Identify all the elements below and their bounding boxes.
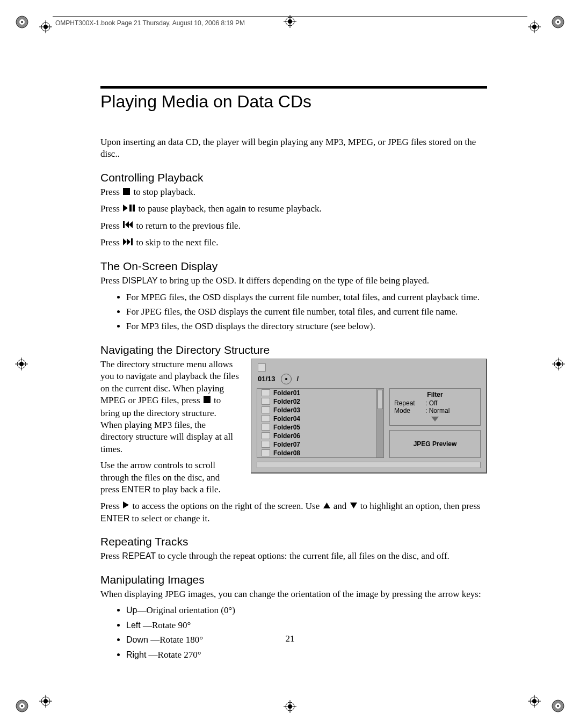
- line-osd: Press DISPLAY to bring up the OSD. It di…: [100, 275, 487, 287]
- svg-rect-48: [123, 221, 125, 228]
- svg-marker-51: [123, 238, 127, 245]
- svg-marker-50: [125, 221, 129, 228]
- svg-point-43: [288, 704, 292, 709]
- line-pause: Press to pause playback, then again to r…: [100, 203, 487, 215]
- svg-marker-55: [431, 417, 439, 421]
- crop-mark-icon: [551, 15, 565, 29]
- stop-icon: [204, 395, 211, 406]
- filter-heading: Filter: [394, 391, 476, 398]
- key-enter: ENTER: [121, 485, 150, 494]
- svg-point-11: [557, 705, 559, 707]
- list-item: Folder02: [257, 397, 376, 406]
- svg-marker-56: [123, 501, 129, 508]
- svg-point-19: [532, 25, 536, 29]
- list-item: For MPEG files, the OSD displays the cur…: [126, 292, 487, 303]
- list-item: Folder03: [257, 406, 376, 414]
- osd-status-bar: [257, 462, 481, 468]
- svg-marker-49: [129, 221, 133, 228]
- svg-point-31: [19, 362, 24, 366]
- right-arrow-icon: [123, 500, 129, 512]
- repeat-label: Repeat: [394, 399, 425, 407]
- file-counter: 01/13: [258, 375, 276, 383]
- crop-mark-icon: [551, 699, 565, 713]
- heading-nav: Navigating the Directory Structure: [100, 344, 487, 356]
- svg-point-15: [44, 25, 48, 29]
- svg-marker-57: [323, 503, 330, 508]
- register-mark-icon: [284, 700, 296, 713]
- down-arrow-icon: [350, 500, 357, 512]
- line-images: When displaying JPEG images, you can cha…: [100, 588, 487, 600]
- folder-icon: [262, 389, 270, 396]
- osd-list: For MPEG files, the OSD displays the cur…: [100, 292, 487, 333]
- nav-para-2: Use the arrow controls to scroll through…: [100, 460, 240, 496]
- svg-point-27: [532, 699, 536, 703]
- list-item: Left —Rotate 90°: [126, 620, 487, 631]
- filter-panel: Filter Repeat: Off Mode: Normal: [389, 388, 481, 426]
- svg-rect-47: [133, 205, 135, 212]
- register-mark-icon: [528, 20, 541, 33]
- page-content: Playing Media on Data CDs Upon inserting…: [100, 86, 487, 666]
- crop-mark-icon: [15, 699, 29, 713]
- svg-point-8: [21, 705, 23, 707]
- list-item: Right —Rotate 270°: [126, 649, 487, 661]
- svg-point-5: [557, 21, 559, 23]
- heading-repeat: Repeating Tracks: [100, 535, 487, 548]
- mode-label: Mode: [394, 407, 425, 414]
- folder-icon: [262, 432, 270, 439]
- svg-marker-45: [123, 205, 128, 212]
- key-enter: ENTER: [100, 514, 129, 523]
- svg-marker-58: [350, 503, 357, 508]
- folder-icon: [262, 441, 270, 448]
- path-slash: /: [297, 375, 299, 383]
- svg-point-2: [21, 21, 23, 23]
- list-item: Folder07: [257, 440, 376, 449]
- svg-rect-54: [204, 396, 211, 403]
- page: { "header_note":"OMPHT300X-1.book Page 2…: [0, 0, 580, 728]
- svg-point-23: [44, 699, 48, 703]
- nav-para-3: Press to access the options on the right…: [100, 500, 487, 525]
- title-bar: Playing Media on Data CDs: [100, 86, 487, 112]
- key-repeat: REPEAT: [122, 551, 156, 560]
- svg-point-35: [556, 362, 561, 366]
- register-mark-icon: [552, 358, 565, 370]
- folder-icon: [262, 424, 270, 431]
- register-mark-icon: [528, 695, 541, 708]
- intro-text: Upon inserting an data CD, the player wi…: [100, 136, 487, 161]
- up-arrow-icon: [323, 500, 330, 512]
- list-item: Folder05: [257, 423, 376, 432]
- nav-para-1: The directory structure menu allows you …: [100, 359, 240, 455]
- list-item: Folder06: [257, 432, 376, 440]
- jpeg-preview-panel: JPEG Preview: [389, 430, 481, 458]
- register-mark-icon: [39, 20, 52, 33]
- list-item: Folder04: [257, 414, 376, 423]
- repeat-value: : Off: [425, 399, 437, 407]
- stop-icon: [123, 186, 130, 198]
- page-number: 21: [0, 634, 580, 644]
- heading-images: Manipulating Images: [100, 573, 487, 586]
- list-item: Folder01: [257, 389, 376, 397]
- key-display: DISPLAY: [122, 276, 157, 285]
- svg-rect-44: [123, 188, 130, 195]
- page-title: Playing Media on Data CDs: [100, 92, 487, 112]
- header-note: OMPHT300X-1.book Page 21 Thursday, Augus…: [55, 19, 245, 27]
- list-item: For JPEG files, the OSD displays the cur…: [126, 306, 487, 318]
- list-item: Up—Original orientation (0°): [126, 605, 487, 616]
- svg-marker-52: [127, 238, 130, 245]
- list-item: For MP3 files, the OSD displays the dire…: [126, 321, 487, 332]
- down-arrow-icon: [394, 416, 476, 423]
- file-list: Folder01 Folder02 Folder03 Folder04 Fold…: [257, 388, 384, 458]
- svg-point-39: [288, 19, 292, 24]
- list-item: Folder08: [257, 449, 376, 457]
- folder-icon: [262, 398, 270, 405]
- line-prev: Press to return to the previous file.: [100, 220, 487, 232]
- line-repeat: Press REPEAT to cycle through the repeat…: [100, 550, 487, 562]
- stop-indicator-icon: [258, 363, 266, 372]
- crop-mark-icon: [15, 15, 29, 29]
- folder-icon: [262, 415, 270, 422]
- svg-rect-53: [131, 238, 133, 245]
- next-icon: [123, 237, 133, 249]
- register-mark-icon: [15, 358, 28, 370]
- mode-value: : Normal: [425, 407, 450, 414]
- line-stop: Press to stop playback.: [100, 186, 487, 199]
- folder-icon: [262, 449, 270, 456]
